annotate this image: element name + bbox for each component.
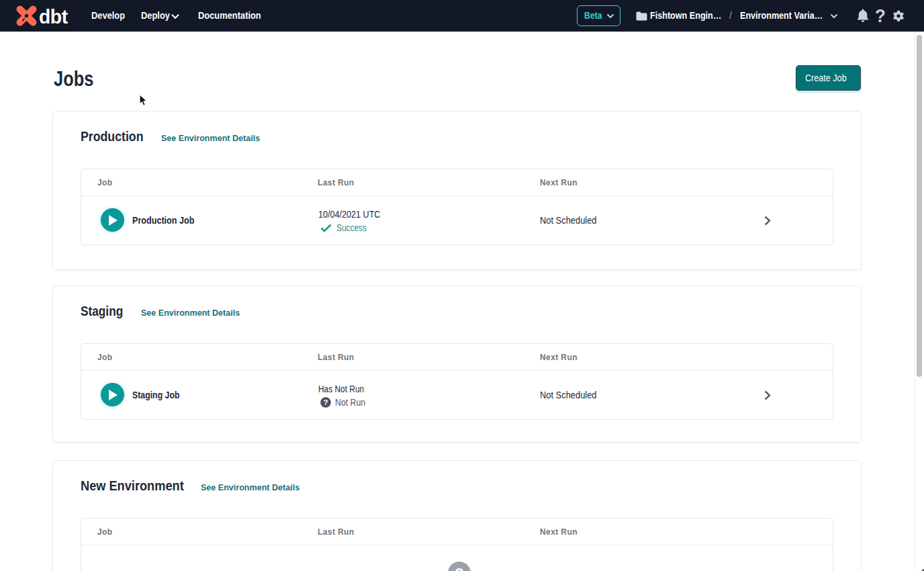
svg-text:?: ? bbox=[323, 398, 328, 406]
svg-text:?: ? bbox=[455, 565, 463, 571]
